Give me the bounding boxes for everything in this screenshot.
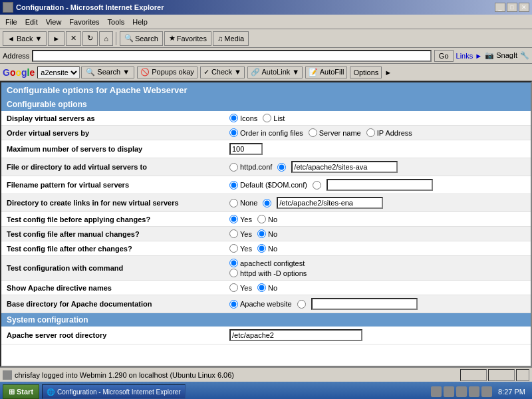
- google-search-button[interactable]: 🔍 Search ▼: [81, 66, 134, 78]
- row-label: Test config file before applying changes…: [1, 212, 224, 227]
- refresh-button[interactable]: ↻: [82, 31, 98, 46]
- radio-icons[interactable]: Icons: [229, 114, 257, 122]
- radio-default-dom[interactable]: Default ($DOM.conf): [229, 181, 307, 190]
- start-icon: ⊞: [9, 388, 15, 396]
- google-input-wrapper: a2ensite 🔍 Search ▼: [37, 66, 134, 78]
- radio-group: Yes No: [229, 244, 525, 253]
- forward-button[interactable]: ►: [48, 31, 65, 46]
- status-panel-3: [516, 369, 529, 381]
- row-label: File or directory to add virtual servers…: [1, 158, 224, 176]
- favorites-button[interactable]: ★ Favorites: [164, 31, 211, 46]
- radio-yes-manual[interactable]: Yes: [229, 229, 252, 238]
- autolink-button[interactable]: 🔗 AutoLink ▼: [247, 66, 303, 78]
- autofill-button[interactable]: 📝 AutoFill: [305, 66, 347, 78]
- search-button[interactable]: 🔍 Search: [120, 31, 163, 46]
- row-value: Yes No: [224, 212, 531, 227]
- radio-group: Order in config files Server name IP Add…: [229, 128, 525, 137]
- google-site-select[interactable]: a2ensite: [37, 66, 80, 78]
- close-button[interactable]: ✕: [519, 3, 529, 12]
- status-icon: [3, 370, 12, 380]
- config-section-header: Configurable options: [1, 98, 531, 111]
- taskbar-icon: 🌐: [47, 388, 55, 396]
- taskbar-item-ie[interactable]: 🌐 Configuration - Microsoft Internet Exp…: [42, 384, 186, 399]
- radio-yes-before[interactable]: Yes: [229, 215, 252, 223]
- back-button[interactable]: ◄ Back ▼: [3, 31, 47, 46]
- radio-filename-custom[interactable]: [313, 181, 321, 190]
- row-label: Apache server root directory: [1, 327, 224, 344]
- radio-group: Yes No: [229, 283, 525, 292]
- address-label: Address: [3, 52, 29, 60]
- dir-links-input[interactable]: [277, 197, 383, 209]
- home-button[interactable]: ⌂: [99, 31, 113, 46]
- radio-group: Apache website: [229, 298, 525, 310]
- base-dir-input[interactable]: [311, 298, 418, 310]
- table-row: Display virtual servers as Icons List: [1, 111, 531, 126]
- row-value: Default ($DOM.conf): [224, 176, 531, 194]
- browser-toolbar: ◄ Back ▼ ► ✕ ↻ ⌂ 🔍 Search ★ Favorites ♫ …: [0, 29, 532, 48]
- menu-file[interactable]: File: [1, 17, 21, 27]
- address-bar: Address Go Links ► 📷 SnagIt 🔧: [0, 48, 532, 64]
- table-row: File or directory to add virtual servers…: [1, 158, 531, 176]
- row-value: Yes No: [224, 281, 531, 295]
- separator1: [116, 32, 117, 45]
- table-row: Test config file after manual changes? Y…: [1, 227, 531, 241]
- check-button[interactable]: ✓ Check ▼: [200, 66, 245, 78]
- taskbar-tray: 8:27 PM: [431, 386, 529, 397]
- menu-tools[interactable]: Tools: [104, 17, 129, 27]
- row-label: Test config file after manual changes?: [1, 227, 224, 241]
- radio-base-custom[interactable]: [297, 300, 306, 309]
- media-button[interactable]: ♫ Media: [213, 31, 249, 46]
- row-value: None: [224, 194, 531, 212]
- radio-none[interactable]: None: [229, 199, 257, 207]
- tray-icon-5: [481, 386, 492, 397]
- minimize-button[interactable]: _: [495, 3, 505, 12]
- radio-dir-custom[interactable]: [277, 163, 286, 172]
- row-label: Order virtual servers by: [1, 126, 224, 140]
- radio-httpd-conf[interactable]: httpd.conf: [229, 163, 272, 172]
- menu-view[interactable]: View: [42, 17, 66, 27]
- menu-favorites[interactable]: Favorites: [65, 17, 103, 27]
- row-label: Maximum number of servers to display: [1, 140, 224, 158]
- menu-help[interactable]: Help: [128, 17, 152, 27]
- radio-no-directive[interactable]: No: [257, 283, 277, 292]
- radio-httpd-d[interactable]: httpd with -D options: [229, 269, 525, 277]
- snagit-extra: 🔧: [520, 51, 529, 60]
- radio-no-manual[interactable]: No: [257, 229, 277, 238]
- radio-server-name[interactable]: Server name: [309, 128, 361, 137]
- radio-apachectl[interactable]: apachectl configtest: [229, 259, 525, 267]
- radio-config-files[interactable]: Order in config files: [229, 128, 303, 137]
- window-title: Configuration - Microsoft Internet Explo…: [16, 3, 164, 11]
- table-row: Maximum number of servers to display: [1, 140, 531, 158]
- start-button[interactable]: ⊞ Start: [3, 384, 39, 399]
- radio-no-other[interactable]: No: [257, 244, 277, 253]
- row-value: Yes No: [224, 241, 531, 256]
- menu-bar: File Edit View Favorites Tools Help: [0, 15, 532, 29]
- radio-apache-website[interactable]: Apache website: [229, 300, 292, 309]
- status-panel-2: [488, 369, 515, 381]
- maximize-button[interactable]: □: [507, 3, 517, 12]
- radio-dir-custom2[interactable]: [263, 199, 271, 207]
- taskbar-time: 8:27 PM: [494, 388, 529, 396]
- system-section-header: System configuration: [1, 313, 531, 327]
- row-value: [224, 327, 531, 344]
- file-dir-input[interactable]: [291, 161, 398, 173]
- radio-yes-directive[interactable]: Yes: [229, 283, 252, 292]
- radio-group: httpd.conf: [229, 161, 525, 173]
- google-toolbar: Google a2ensite 🔍 Search ▼ 🚫 Popups okay…: [0, 64, 532, 81]
- filename-pattern-input[interactable]: [327, 179, 433, 191]
- radio-yes-other[interactable]: Yes: [229, 244, 252, 253]
- taskbar: ⊞ Start 🌐 Configuration - Microsoft Inte…: [0, 382, 532, 399]
- options-button[interactable]: Options: [350, 66, 382, 78]
- popups-button[interactable]: 🚫 Popups okay: [137, 66, 198, 78]
- max-servers-input[interactable]: [229, 143, 263, 155]
- radio-no-before[interactable]: No: [257, 215, 277, 223]
- address-input[interactable]: [32, 50, 431, 62]
- radio-ip-address[interactable]: IP Address: [366, 128, 412, 137]
- stop-button[interactable]: ✕: [66, 31, 81, 46]
- status-text: chrisfay logged into Webmin 1.290 on loc…: [15, 371, 458, 379]
- menu-edit[interactable]: Edit: [21, 17, 42, 27]
- radio-list[interactable]: List: [263, 114, 285, 122]
- go-button[interactable]: Go: [434, 50, 454, 62]
- apache-root-input[interactable]: [229, 329, 362, 341]
- row-label: Filename pattern for virtual servers: [1, 176, 224, 194]
